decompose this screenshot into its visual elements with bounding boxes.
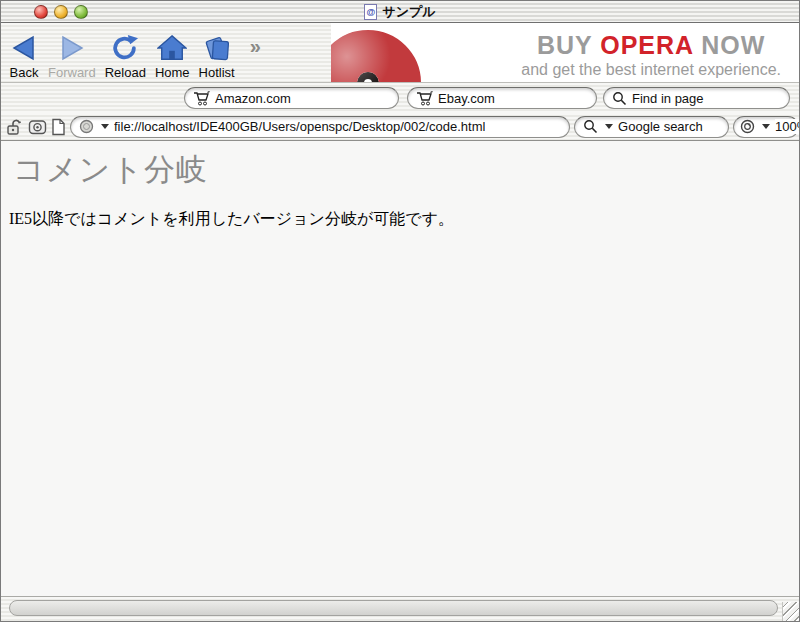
security-padlock-icon[interactable] <box>5 118 24 136</box>
opera-ad-banner[interactable]: BUY OPERA NOW and get the best internet … <box>331 23 799 83</box>
address-toolbar: file://localhost/IDE400GB/Users/openspc/… <box>1 113 799 141</box>
nav-button-zone: Back Forward Reload <box>1 23 331 83</box>
search-engine-dropdown-arrow[interactable] <box>605 124 613 129</box>
reload-label: Reload <box>105 65 146 80</box>
ebay-search-field[interactable]: Ebay.com <box>407 87 597 109</box>
back-button[interactable]: Back <box>9 26 39 80</box>
titlebar: @ サンプル <box>1 1 799 23</box>
magnifier-icon <box>612 91 627 106</box>
amazon-search-field[interactable]: Amazon.com <box>184 87 399 109</box>
new-page-icon[interactable] <box>51 118 66 136</box>
page-heading: コメント分岐 <box>13 149 791 191</box>
page-content: コメント分岐 IE5以降ではコメントを利用したバージョン分岐が可能です。 <box>1 141 799 596</box>
forward-button[interactable]: Forward <box>48 26 96 80</box>
browser-window: @ サンプル Back Forward <box>0 0 800 622</box>
address-dropdown-arrow[interactable] <box>101 124 109 129</box>
document-proxy-icon: @ <box>364 4 377 20</box>
banner-opera: OPERA <box>600 31 693 59</box>
google-search-field[interactable]: Google search <box>574 116 729 138</box>
back-icon <box>9 31 39 65</box>
address-input[interactable]: file://localhost/IDE400GB/Users/openspc/… <box>70 116 570 138</box>
magnifier-icon <box>583 119 598 134</box>
zoom-dial-icon <box>740 119 755 134</box>
opera-logo-icon <box>331 30 421 83</box>
reload-button[interactable]: Reload <box>105 26 146 80</box>
minimize-button[interactable] <box>54 5 68 19</box>
zoom-level-value: 100% <box>775 119 800 134</box>
horizontal-scrollbar[interactable] <box>9 600 778 616</box>
close-button[interactable] <box>34 5 48 19</box>
cart-icon <box>416 91 433 106</box>
window-title: サンプル <box>382 3 435 21</box>
image-toggle-camera-icon[interactable] <box>28 118 47 136</box>
hotlist-icon <box>200 31 234 65</box>
hotlist-label: Hotlist <box>199 65 235 80</box>
page-paragraph: IE5以降ではコメントを利用したバージョン分岐が可能です。 <box>9 209 791 230</box>
forward-icon <box>57 31 87 65</box>
bottom-bar <box>1 596 799 621</box>
banner-text: BUY OPERA NOW and get the best internet … <box>521 31 781 79</box>
home-button[interactable]: Home <box>155 26 190 80</box>
ebay-search-text: Ebay.com <box>438 91 495 106</box>
main-toolbar: Back Forward Reload <box>1 23 799 83</box>
traffic-lights <box>34 5 88 19</box>
amazon-search-text: Amazon.com <box>215 91 291 106</box>
window-resize-grip[interactable] <box>782 602 799 621</box>
cart-icon <box>193 91 210 106</box>
google-search-text: Google search <box>618 119 703 134</box>
page-globe-icon <box>79 119 94 134</box>
banner-tagline: and get the best internet experience. <box>521 61 781 79</box>
back-label: Back <box>10 65 39 80</box>
home-label: Home <box>155 65 190 80</box>
forward-label: Forward <box>48 65 96 80</box>
zoom-button[interactable] <box>74 5 88 19</box>
banner-headline: BUY OPERA NOW <box>521 31 781 60</box>
zoom-dropdown-arrow[interactable] <box>762 124 770 129</box>
banner-now: NOW <box>693 31 765 59</box>
home-icon <box>157 31 187 65</box>
zoom-control[interactable]: 100% <box>733 116 799 138</box>
window-title-group: @ サンプル <box>364 3 435 21</box>
search-toolbar: Amazon.com Ebay.com Find in page <box>1 83 799 113</box>
url-text: file://localhost/IDE400GB/Users/openspc/… <box>114 119 485 134</box>
banner-buy: BUY <box>537 31 600 59</box>
find-in-page-text: Find in page <box>632 91 704 106</box>
hotlist-button[interactable]: Hotlist <box>199 26 235 80</box>
toolbar-overflow-chevron[interactable]: » <box>250 35 259 70</box>
reload-icon <box>110 31 140 65</box>
find-in-page-field[interactable]: Find in page <box>603 87 790 109</box>
